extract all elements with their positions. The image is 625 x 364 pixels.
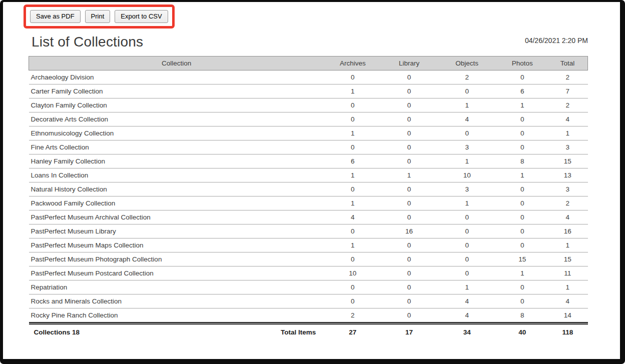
archives-count-cell: 1 <box>324 168 381 182</box>
total-count-cell: 2 <box>547 98 587 112</box>
collection-name-cell: Ethnomusicology Collection <box>29 126 324 140</box>
save-as-pdf-button[interactable]: Save as PDF <box>30 10 81 23</box>
report-window: Save as PDF Print Export to CSV List of … <box>0 0 625 364</box>
collection-name-cell: Archaeology Division <box>29 70 324 84</box>
photos-count-cell: 8 <box>497 154 548 168</box>
report-header: List of Collections 04/26/2021 2:20 PM <box>29 34 588 50</box>
total-count-cell: 16 <box>547 224 587 238</box>
table-row: PastPerfect Museum Maps Collection 1 0 0… <box>29 238 588 252</box>
objects-count-cell: 0 <box>437 238 497 252</box>
collections-table: Collection Archives Library Objects Phot… <box>29 56 588 339</box>
total-count-cell: 4 <box>547 210 587 224</box>
footer-library-total: 17 <box>381 323 437 339</box>
objects-count-cell: 1 <box>437 98 497 112</box>
total-count-cell: 15 <box>547 154 587 168</box>
table-row: PastPerfect Museum Library 0 16 0 0 16 <box>29 224 588 238</box>
photos-count-cell: 0 <box>497 70 548 84</box>
total-count-cell: 1 <box>547 280 587 294</box>
library-count-cell: 0 <box>381 238 437 252</box>
column-header-archives: Archives <box>324 56 381 70</box>
table-row: Rocks and Minerals Collection 0 0 4 0 4 <box>29 294 588 308</box>
collection-name-cell: Clayton Family Collection <box>29 98 324 112</box>
table-row: Repatriation 0 0 1 0 1 <box>29 280 588 294</box>
photos-count-cell: 8 <box>497 308 548 323</box>
collection-name-cell: Carter Family Collection <box>29 84 324 98</box>
archives-count-cell: 0 <box>324 70 381 84</box>
archives-count-cell: 0 <box>324 294 381 308</box>
collection-name-cell: Packwood Family Collection <box>29 196 324 210</box>
library-count-cell: 0 <box>381 210 437 224</box>
collection-name-cell: Repatriation <box>29 280 324 294</box>
objects-count-cell: 3 <box>437 182 497 196</box>
total-count-cell: 1 <box>547 126 587 140</box>
library-count-cell: 0 <box>381 140 437 154</box>
archives-count-cell: 0 <box>324 280 381 294</box>
total-count-cell: 4 <box>547 294 587 308</box>
collection-name-cell: PastPerfect Museum Photograph Collection <box>29 252 324 266</box>
collections-table-body: Archaeology Division 0 0 2 0 2 Carter Fa… <box>29 70 588 323</box>
library-count-cell: 0 <box>381 196 437 210</box>
objects-count-cell: 0 <box>437 84 497 98</box>
total-items-label: Total Items <box>281 328 322 336</box>
photos-count-cell: 1 <box>497 168 548 182</box>
photos-count-cell: 0 <box>497 280 548 294</box>
report-timestamp: 04/26/2021 2:20 PM <box>525 36 588 44</box>
footer-grand-total: 118 <box>547 323 587 339</box>
collection-name-cell: Fine Arts Collection <box>29 140 324 154</box>
photos-count-cell: 0 <box>497 126 548 140</box>
archives-count-cell: 1 <box>324 196 381 210</box>
archives-count-cell: 0 <box>324 98 381 112</box>
photos-count-cell: 0 <box>497 182 548 196</box>
library-count-cell: 0 <box>381 294 437 308</box>
collections-count-label: Collections 18 <box>31 328 80 336</box>
table-row: Hanley Family Collection 6 0 1 8 15 <box>29 154 588 168</box>
export-to-csv-button[interactable]: Export to CSV <box>115 10 168 23</box>
archives-count-cell: 6 <box>324 154 381 168</box>
table-row: Carter Family Collection 1 0 0 6 7 <box>29 84 588 98</box>
photos-count-cell: 0 <box>497 140 548 154</box>
total-count-cell: 4 <box>547 112 587 126</box>
library-count-cell: 0 <box>381 182 437 196</box>
collection-name-cell: PastPerfect Museum Maps Collection <box>29 238 324 252</box>
total-count-cell: 15 <box>547 252 587 266</box>
table-row: Packwood Family Collection 1 0 1 0 2 <box>29 196 588 210</box>
total-count-cell: 7 <box>547 84 587 98</box>
library-count-cell: 16 <box>381 224 437 238</box>
report-body: List of Collections 04/26/2021 2:20 PM C… <box>3 34 620 339</box>
objects-count-cell: 0 <box>437 126 497 140</box>
page-title: List of Collections <box>32 34 143 50</box>
objects-count-cell: 4 <box>437 294 497 308</box>
library-count-cell: 0 <box>381 70 437 84</box>
table-row: Archaeology Division 0 0 2 0 2 <box>29 70 588 84</box>
column-header-objects: Objects <box>437 56 497 70</box>
table-row: Decorative Arts Collection 0 0 4 0 4 <box>29 112 588 126</box>
table-row: Rocky Pine Ranch Collection 2 0 4 8 14 <box>29 308 588 323</box>
total-count-cell: 3 <box>547 140 587 154</box>
archives-count-cell: 0 <box>324 112 381 126</box>
collection-name-cell: Rocks and Minerals Collection <box>29 294 324 308</box>
table-row: Natural History Collection 0 0 3 0 3 <box>29 182 588 196</box>
photos-count-cell: 0 <box>497 294 548 308</box>
table-row: PastPerfect Museum Photograph Collection… <box>29 252 588 266</box>
library-count-cell: 0 <box>381 280 437 294</box>
column-header-collection: Collection <box>29 56 324 70</box>
table-row: Clayton Family Collection 0 0 1 1 2 <box>29 98 588 112</box>
photos-count-cell: 15 <box>497 252 548 266</box>
toolbar-highlight-box: Save as PDF Print Export to CSV <box>24 4 175 28</box>
table-row: PastPerfect Museum Postcard Collection 1… <box>29 266 588 280</box>
collection-name-cell: Rocky Pine Ranch Collection <box>29 308 324 323</box>
footer-objects-total: 34 <box>437 323 497 339</box>
print-button[interactable]: Print <box>85 10 111 23</box>
objects-count-cell: 4 <box>437 308 497 323</box>
library-count-cell: 0 <box>381 112 437 126</box>
table-row: Ethnomusicology Collection 1 0 0 0 1 <box>29 126 588 140</box>
column-header-library: Library <box>381 56 437 70</box>
library-count-cell: 0 <box>381 252 437 266</box>
collection-name-cell: Hanley Family Collection <box>29 154 324 168</box>
objects-count-cell: 0 <box>437 224 497 238</box>
archives-count-cell: 0 <box>324 140 381 154</box>
archives-count-cell: 2 <box>324 308 381 323</box>
objects-count-cell: 3 <box>437 140 497 154</box>
objects-count-cell: 1 <box>437 154 497 168</box>
objects-count-cell: 1 <box>437 196 497 210</box>
